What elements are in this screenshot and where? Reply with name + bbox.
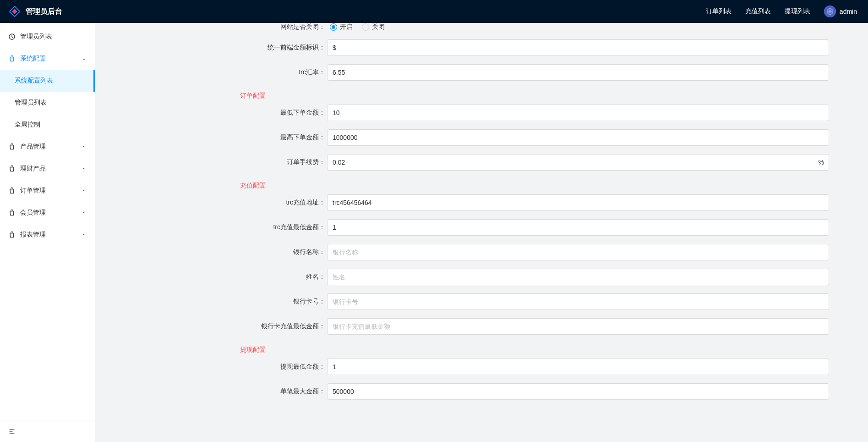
config-form: 网站是否关闭 开启 关闭 统一前端金额标识 trc汇率 订单配置 最低下单金额 …	[95, 23, 868, 400]
chevron-down-icon	[81, 209, 87, 216]
sidebar-item-label: 产品管理	[20, 143, 46, 151]
sidebar-item-label: 管理员列表	[20, 33, 52, 41]
input-single-max[interactable]	[327, 383, 829, 400]
row-order-fee: 订单手续费 %	[95, 154, 868, 171]
label-order-max: 最高下单金额	[95, 133, 325, 142]
row-trc-addr: trc充值地址	[95, 194, 868, 211]
sidebar-item-label: 理财产品	[20, 165, 46, 173]
sidebar-subitem[interactable]: 全局控制	[0, 114, 95, 136]
sidebar: 管理员列表系统配置系统配置列表管理员列表全局控制产品管理理财产品订单管理会员管理…	[0, 23, 95, 422]
label-currency: 统一前端金额标识	[95, 44, 325, 52]
bag-icon	[8, 143, 16, 150]
label-order-min: 最低下单金额	[95, 109, 325, 117]
app-title: 管理员后台	[26, 7, 62, 17]
label-card: 银行卡号	[95, 298, 325, 306]
label-bank-name: 银行名称	[95, 248, 325, 256]
sidebar-item-label: 订单管理	[20, 187, 46, 195]
sidebar-submenu: 系统配置列表管理员列表全局控制	[0, 70, 95, 136]
label-card-min: 银行卡充值最低金额	[95, 322, 325, 331]
bag-icon	[8, 165, 16, 172]
input-order-fee[interactable]	[327, 154, 829, 171]
label-single-max: 单笔最大金额	[95, 387, 325, 396]
chevron-down-icon	[81, 143, 87, 150]
app-logo	[9, 6, 20, 17]
clock-icon	[8, 33, 16, 40]
row-bank-name: 银行名称	[95, 244, 868, 260]
chevron-down-icon	[81, 231, 87, 238]
row-order-min: 最低下单金额	[95, 105, 868, 121]
sidebar-item[interactable]: 报表管理	[0, 224, 95, 246]
label-trc-addr: trc充值地址	[95, 199, 325, 207]
nav-withdraw[interactable]: 提现列表	[785, 7, 810, 16]
sidebar-subitem[interactable]: 管理员列表	[0, 92, 95, 114]
label-order-fee: 订单手续费	[95, 158, 325, 166]
chevron-down-icon	[81, 165, 87, 172]
sidebar-item-label: 系统配置	[20, 55, 46, 63]
input-withdraw-min[interactable]	[327, 359, 829, 375]
avatar-icon	[824, 6, 836, 17]
radio-dot-icon	[362, 23, 369, 31]
user-name: admin	[840, 8, 857, 15]
input-order-max[interactable]	[327, 129, 829, 146]
row-currency: 统一前端金额标识	[95, 39, 868, 56]
sidebar-item[interactable]: 订单管理	[0, 180, 95, 202]
bag-icon	[8, 209, 16, 216]
label-site-closed: 网站是否关闭	[95, 23, 325, 31]
user-menu[interactable]: admin	[824, 6, 857, 17]
row-trc-rate: trc汇率	[95, 64, 868, 81]
row-name: 姓名	[95, 269, 868, 285]
radio-open[interactable]: 开启	[330, 23, 353, 31]
bag-icon	[8, 55, 16, 62]
nav-orders[interactable]: 订单列表	[706, 7, 732, 16]
radio-group-site-closed: 开启 关闭	[325, 23, 829, 31]
nav-recharge[interactable]: 充值列表	[745, 7, 771, 16]
label-withdraw-min: 提现最低金额	[95, 363, 325, 371]
sidebar-item-label: 报表管理	[20, 231, 46, 239]
chevron-down-icon	[81, 55, 87, 62]
row-card: 银行卡号	[95, 293, 868, 310]
sidebar-menu: 管理员列表系统配置系统配置列表管理员列表全局控制产品管理理财产品订单管理会员管理…	[0, 23, 95, 420]
input-bank-name[interactable]	[327, 244, 829, 260]
section-recharge: 充值配置	[95, 179, 868, 194]
radio-close-label: 关闭	[372, 23, 385, 31]
radio-open-label: 开启	[340, 23, 353, 31]
sidebar-item[interactable]: 产品管理	[0, 136, 95, 158]
suffix-percent: %	[819, 159, 824, 166]
input-card[interactable]	[327, 293, 829, 310]
sidebar-item[interactable]: 管理员列表	[0, 26, 95, 48]
input-currency[interactable]	[327, 39, 829, 56]
bag-icon	[8, 187, 16, 194]
sidebar-subitem[interactable]: 系统配置列表	[0, 70, 95, 92]
input-name[interactable]	[327, 269, 829, 285]
label-trc-rate: trc汇率	[95, 68, 325, 77]
chevron-down-icon	[81, 187, 87, 194]
input-trc-addr[interactable]	[327, 194, 829, 211]
label-trc-min: trc充值最低金额	[95, 223, 325, 232]
header-right: 订单列表 充值列表 提现列表 admin	[706, 6, 868, 17]
sidebar-item-label: 会员管理	[20, 209, 46, 217]
bag-icon	[8, 231, 16, 238]
sidebar-item[interactable]: 会员管理	[0, 202, 95, 224]
input-trc-rate[interactable]	[327, 64, 829, 81]
row-order-max: 最高下单金额	[95, 129, 868, 146]
row-trc-min: trc充值最低金额	[95, 219, 868, 236]
input-card-min[interactable]	[327, 318, 829, 335]
radio-close[interactable]: 关闭	[362, 23, 385, 31]
sidebar-collapse[interactable]	[0, 420, 95, 422]
header-left: 管理员后台	[0, 6, 62, 17]
row-single-max: 单笔最大金额	[95, 383, 868, 400]
section-withdraw: 提现配置	[95, 343, 868, 359]
sidebar-item[interactable]: 理财产品	[0, 158, 95, 180]
row-card-min: 银行卡充值最低金额	[95, 318, 868, 335]
row-site-closed: 网站是否关闭 开启 关闭	[95, 23, 868, 31]
label-name: 姓名	[95, 273, 325, 281]
row-withdraw-min: 提现最低金额	[95, 359, 868, 375]
svg-rect-1	[12, 9, 17, 14]
section-order: 订单配置	[95, 89, 868, 105]
radio-dot-icon	[330, 23, 337, 31]
top-header: 管理员后台 订单列表 充值列表 提现列表 admin	[0, 0, 868, 23]
input-trc-min[interactable]	[327, 219, 829, 236]
input-order-min[interactable]	[327, 105, 829, 121]
main-content: 网站是否关闭 开启 关闭 统一前端金额标识 trc汇率 订单配置 最低下单金额 …	[95, 23, 868, 422]
sidebar-item[interactable]: 系统配置	[0, 48, 95, 70]
